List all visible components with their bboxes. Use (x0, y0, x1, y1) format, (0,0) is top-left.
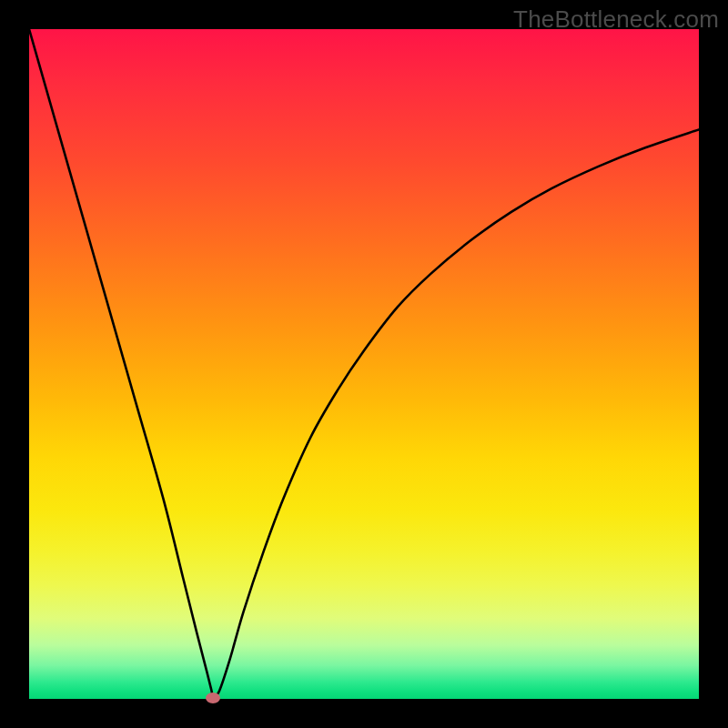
curve-svg (29, 29, 699, 699)
bottleneck-curve (29, 29, 699, 697)
watermark-text: TheBottleneck.com (513, 5, 719, 34)
chart-frame: TheBottleneck.com (0, 0, 728, 728)
optimal-point-marker (206, 693, 220, 703)
plot-area (29, 29, 699, 699)
